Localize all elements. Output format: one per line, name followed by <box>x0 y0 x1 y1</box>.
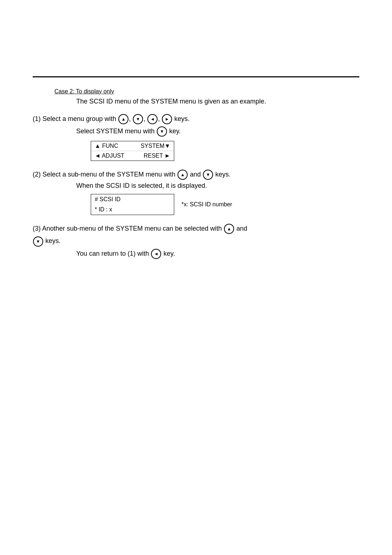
step1-sub-suffix: key. <box>169 127 181 135</box>
step-3: (3) Another sub-menu of the SYSTEM menu … <box>33 224 359 259</box>
step3-sub-text: You can return to (1) with <box>76 250 149 257</box>
scsi-box: # SCSI ID * ID : x <box>91 194 174 215</box>
menu-box-row-1: ▲ FUNC SYSTEM▼ <box>91 141 174 151</box>
page-container: Case 2: To display only The SCSI ID menu… <box>0 76 392 555</box>
step1-sub-text: Select SYSTEM menu with <box>76 127 155 135</box>
up-arrow-icon-3: ▲ <box>224 224 234 234</box>
step3-sub: You can return to (1) with ◄ key. <box>76 249 359 259</box>
step1-main: (1) Select a menu group with ▲, ▼, ◄, ► … <box>33 114 359 124</box>
menu-row2-left: ◄ ADJUST <box>95 153 124 159</box>
step2-text: (2) Select a sub-menu of the SYSTEM menu… <box>33 171 175 178</box>
step1-sub: Select SYSTEM menu with ▼ key. <box>76 126 359 137</box>
step-2: (2) Select a sub-menu of the SYSTEM menu… <box>33 170 359 215</box>
menu-row1-right: SYSTEM▼ <box>140 143 170 149</box>
menu-row1-left: ▲ FUNC <box>95 143 118 149</box>
step2-main: (2) Select a sub-menu of the SYSTEM menu… <box>33 170 359 180</box>
step-1: (1) Select a menu group with ▲, ▼, ◄, ► … <box>33 114 359 161</box>
step3-suffix: keys. <box>45 237 61 244</box>
right-arrow-icon: ► <box>162 114 172 124</box>
content-area: Case 2: To display only The SCSI ID menu… <box>33 77 359 259</box>
left-arrow-icon: ◄ <box>147 114 158 124</box>
step2-sub: When the SCSI ID is selected, it is disp… <box>76 182 359 190</box>
down-arrow-icon-sub: ▼ <box>157 126 167 137</box>
scsi-row2-text: * ID : x <box>95 206 112 212</box>
up-arrow-icon: ▲ <box>118 114 128 124</box>
down-arrow-icon: ▼ <box>133 114 143 124</box>
step1-suffix: keys. <box>174 115 189 122</box>
intro-text: The SCSI ID menu of the SYSTEM menu is g… <box>76 98 359 105</box>
down-arrow-icon-3: ▼ <box>33 236 43 247</box>
scsi-row-2: * ID : x <box>91 204 174 215</box>
menu-row2-right: RESET ► <box>144 153 170 159</box>
scsi-note: *x: SCSI ID number <box>181 201 232 208</box>
step1-text: (1) Select a menu group with <box>33 115 116 122</box>
menu-box-row-2: ◄ ADJUST RESET ► <box>91 151 174 161</box>
step3-and: and <box>236 225 247 232</box>
scsi-row1-text: # SCSI ID <box>95 196 121 202</box>
scsi-box-wrapper: # SCSI ID * ID : x *x: SCSI ID number <box>91 194 359 215</box>
step3-main: (3) Another sub-menu of the SYSTEM menu … <box>33 224 359 234</box>
step3-main2: ▼ keys. <box>33 236 359 246</box>
case-title: Case 2: To display only <box>54 88 359 95</box>
step2-suffix2: keys. <box>215 171 230 178</box>
step2-sub-text: When the SCSI ID is selected, it is disp… <box>76 182 207 189</box>
step3-text1: (3) Another sub-menu of the SYSTEM menu … <box>33 225 222 232</box>
menu-box: ▲ FUNC SYSTEM▼ ◄ ADJUST RESET ► <box>91 141 174 161</box>
up-arrow-icon-2: ▲ <box>177 170 188 180</box>
scsi-row-1: # SCSI ID <box>91 194 174 204</box>
left-arrow-icon-3: ◄ <box>151 249 161 259</box>
step2-and: and <box>190 171 201 178</box>
step3-sub-suffix: key. <box>163 250 175 257</box>
down-arrow-icon-2: ▼ <box>203 170 213 180</box>
